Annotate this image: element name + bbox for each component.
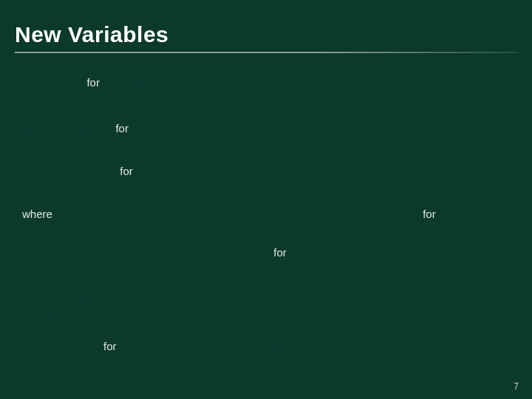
eq-def-1: pk,i,1 ≡ αki <box>22 74 66 90</box>
equation-row-5: pk,i,τ ≠ pk,i,z for z < τ <box>22 245 510 259</box>
eq-def-2: pk,i,τ ≡ αki − qk,i,τ <box>22 120 95 136</box>
for-label: for <box>115 122 129 134</box>
range-nu: ν = w + 1, … , w+1 <box>78 207 158 221</box>
equation-row-7: for j = 0, … , n − 1 i = 0, … , m − 3 <box>103 340 510 352</box>
range-i-2: i = 2, … , m − 1 <box>240 122 311 134</box>
equation-row-1: pk,i,1 ≡ αki for k = 0, … , n − 1 i = 1,… <box>22 74 510 90</box>
title-rule <box>15 52 517 53</box>
cond-z: z < τ <box>307 246 327 259</box>
slide-title: New Variables <box>15 22 517 47</box>
eq-def-3: pk,i,τ = pk,w,ν pk,i−w,y <box>22 164 105 178</box>
slide-number: 7 <box>514 381 519 392</box>
range-k-1: k = 0, … , n − 1 <box>120 76 191 89</box>
title-block: New Variables <box>15 22 517 53</box>
for-label: for <box>120 165 133 177</box>
range-k-2: k = 1, … , n − 1 <box>149 122 219 134</box>
range-i-1: i = 1, … , m − 1 <box>211 76 282 89</box>
eq-def-r: rji ≡ n−1 ∑ k=j+1 ckαkiβkj + cj(αji+1 − … <box>22 288 210 324</box>
ineq-p: pk,i,τ ≠ pk,i,z <box>205 245 253 259</box>
range-tau-2: τ = 2, … , 2 i <box>331 121 386 135</box>
where-label: where <box>22 208 52 220</box>
range-w: 2 ≤ w ≤ i / 2 <box>457 208 510 220</box>
for-label: for <box>86 76 100 89</box>
equation-row-4: where ν = w + 1, … , w+1 y = i−w + 1, … … <box>22 207 510 221</box>
for-label: for <box>423 208 436 220</box>
equation-row-3: pk,i,τ = pk,w,ν pk,i−w,y for τ = 2 i + 1… <box>22 164 510 178</box>
equation-row-2: pk,i,τ ≡ αki − qk,i,τ for k = 1, … , n −… <box>22 120 510 136</box>
range-tau-3: τ = 2 i + 1, … , i+1 <box>148 164 227 178</box>
range-y: y = i−w + 1, … , i−w+1 <box>179 207 274 221</box>
equation-row-6: rji ≡ n−1 ∑ k=j+1 ckαkiβkj + cj(αji+1 − … <box>22 288 510 324</box>
for-label: for <box>273 246 287 259</box>
for-label: for <box>103 340 117 352</box>
range-j-7: j = 0, … , n − 1 <box>137 340 205 352</box>
range-i-7: i = 0, … , m − 3 <box>226 340 297 352</box>
